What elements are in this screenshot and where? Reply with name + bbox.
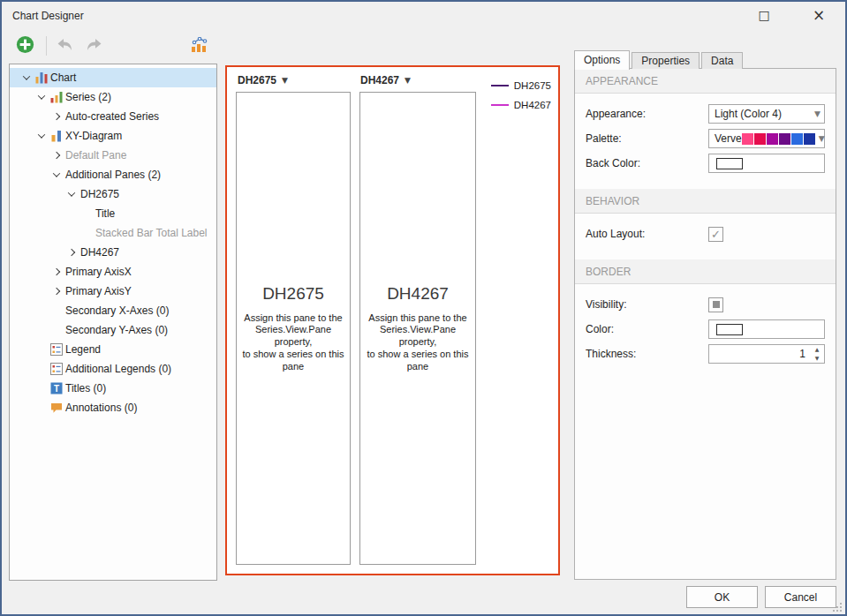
undo-button[interactable] [55,35,76,56]
xy-diagram-icon [49,130,64,142]
appearance-row: Appearance: Light (Color 4) ▼ [586,104,825,124]
pane-dh2675[interactable]: DH2675 Assign this pane to the Series.Vi… [236,92,351,565]
chevron-slot [34,133,49,139]
tree-item-additional-panes-2[interactable]: Additional Panes (2) [10,165,216,184]
chevron-down-icon[interactable] [52,169,59,177]
ok-button[interactable]: OK [686,586,758,608]
border-color-picker[interactable] [708,319,825,339]
tree-item-label: Additional Panes (2) [64,169,161,181]
chevron-slot [19,75,34,80]
chevron-down-icon[interactable] [22,72,29,79]
series-icon [49,91,64,103]
chart-type-button[interactable] [189,35,210,56]
back-color-picker[interactable] [708,154,825,173]
pane-header-dh4267[interactable]: DH4267 ▼ [360,74,411,86]
auto-layout-control: ✓ [708,227,825,242]
chevron-slot [49,153,64,158]
tree-item-dh4267[interactable]: DH4267 [10,243,216,262]
check-icon: ✓ [711,229,721,240]
palette-value: Verve [715,132,742,145]
tree-item-label: Series (2) [64,91,111,103]
tree-item-xy-diagram[interactable]: XY-Diagram [10,126,216,146]
indeterminate-icon [713,301,720,308]
resize-grip[interactable] [833,603,842,612]
thickness-row: Thickness: ▲ ▼ [586,344,825,364]
legend-item-dh4267[interactable]: DH4267 [491,95,551,115]
tree-item-stacked-bar-total-label[interactable]: Stacked Bar Total Label [10,223,216,243]
tree-item-primary-axisy[interactable]: Primary AxisY [10,282,216,301]
tree-item-secondary-x-axes-0[interactable]: Secondary X-Axes (0) [10,301,216,320]
chevron-slot [64,192,79,197]
tree-item-primary-axisx[interactable]: Primary AxisX [10,262,216,282]
maximize-button[interactable]: □ [745,2,783,28]
tab-data[interactable]: Data [701,52,743,69]
border-color-row: Color: [586,319,825,339]
chevron-down-icon[interactable] [67,189,74,196]
legend-icon [49,343,64,356]
tree-item-auto-created-series[interactable]: Auto-created Series [10,107,216,126]
chevron-right-icon[interactable] [52,152,59,159]
tab-properties[interactable]: Properties [631,52,700,69]
close-button[interactable]: × [799,2,838,28]
redo-button[interactable] [83,35,104,56]
tab-options[interactable]: Options [574,50,630,70]
tree-item-titles-0[interactable]: TTitles (0) [10,379,216,398]
palette-swatch [804,133,815,145]
visibility-control [708,297,825,312]
spin-up-button[interactable]: ▲ [810,345,824,354]
palette-swatch [742,133,753,145]
tree-item-label: Primary AxisX [64,266,132,278]
palette-swatch [779,133,790,145]
chevron-slot [64,250,79,255]
visibility-label: Visibility: [586,298,708,311]
chevron-down-icon: ▼ [814,109,821,118]
legend-item-dh2675[interactable]: DH2675 [491,76,551,95]
pane-placeholder-message: Assign this pane to the Series.View.Pane… [364,312,472,373]
thickness-input[interactable] [709,345,810,363]
chevron-right-icon[interactable] [52,288,59,295]
tree-item-title[interactable]: Title [10,204,216,223]
inspector-tabs: Options Properties Data [574,49,745,69]
palette-dropdown[interactable]: Verve ▼ [708,129,825,148]
tree-item-additional-legends-0[interactable]: Additional Legends (0) [10,359,216,379]
pane-header-dh2675[interactable]: DH2675 ▼ [238,74,288,86]
preview-legend[interactable]: DH2675DH4267 [491,76,551,115]
back-color-row: Back Color: [586,154,825,173]
pane-dh4267[interactable]: DH4267 Assign this pane to the Series.Vi… [359,92,476,565]
spin-down-button[interactable]: ▼ [810,354,824,363]
chart-preview[interactable]: DH2675 ▼ DH4267 ▼ DH2675 Assign this pan… [225,65,560,575]
chevron-slot [49,289,64,294]
tab-label: Properties [641,55,690,67]
tree-item-dh2675[interactable]: DH2675 [10,184,216,204]
chevron-down-icon: ▼ [282,76,288,85]
chevron-down-icon[interactable] [37,131,44,138]
tree-item-chart[interactable]: Chart [10,68,216,87]
pane-placeholder-message: Assign this pane to the Series.View.Pane… [239,312,347,373]
appearance-dropdown[interactable]: Light (Color 4) ▼ [708,104,825,124]
chevron-right-icon[interactable] [52,113,59,120]
chart-type-icon [191,37,208,56]
tree-item-legend[interactable]: Legend [10,340,216,359]
visibility-checkbox[interactable] [708,297,723,312]
chevron-down-icon[interactable] [37,92,44,99]
auto-layout-checkbox[interactable]: ✓ [708,227,723,242]
tree-item-label: Chart [49,71,76,84]
add-chart-element-button[interactable] [14,35,35,56]
section-title: BORDER [586,266,631,278]
tree-item-default-pane[interactable]: Default Pane [10,146,216,165]
visibility-row: Visibility: [586,295,825,314]
chevron-right-icon[interactable] [67,249,74,256]
tree-item-label: Primary AxisY [64,285,132,297]
tree-item-label: Additional Legends (0) [64,363,171,375]
palette-label: Palette: [586,132,708,145]
chart-structure-tree: ChartSeries (2)Auto-created SeriesXY-Dia… [9,64,217,581]
chevron-slot [49,172,64,177]
legend-label: DH4267 [514,100,551,110]
tree-item-annotations-0[interactable]: Annotations (0) [10,398,216,417]
svg-text:T: T [53,384,58,394]
chevron-right-icon[interactable] [52,268,59,275]
tree-item-secondary-y-axes-0[interactable]: Secondary Y-Axes (0) [10,320,216,340]
toolbar-separator [46,36,47,56]
tree-item-series-2[interactable]: Series (2) [10,87,216,107]
cancel-button[interactable]: Cancel [765,586,836,608]
